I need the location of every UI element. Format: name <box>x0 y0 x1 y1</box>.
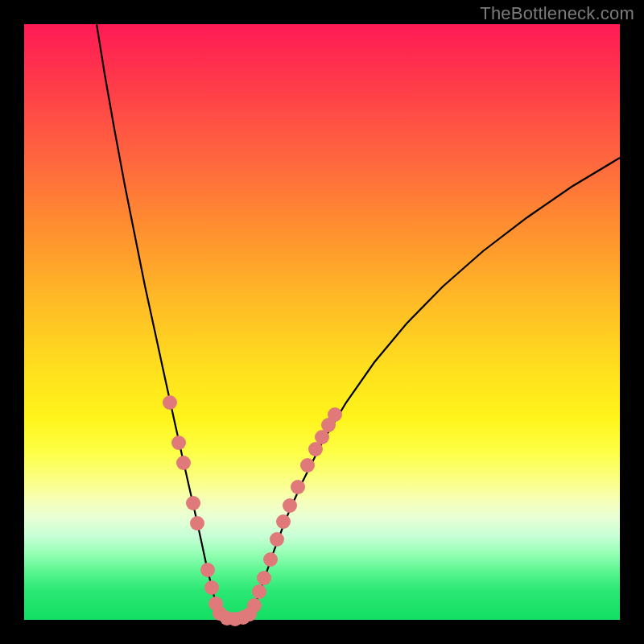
marker-dot <box>291 480 305 494</box>
marker-dot <box>263 552 278 567</box>
marker-dot <box>270 532 284 547</box>
marker-dot <box>300 458 315 473</box>
chart-frame: TheBottleneck.com <box>0 0 644 644</box>
marker-dot <box>257 571 271 585</box>
marker-dot <box>328 407 342 422</box>
curve-markers <box>163 395 342 626</box>
marker-dot <box>190 516 204 530</box>
marker-dot <box>283 498 297 513</box>
marker-dot <box>252 584 266 599</box>
marker-dot <box>186 496 200 510</box>
marker-dot <box>276 514 291 529</box>
plot-area <box>24 24 620 620</box>
marker-dot <box>171 436 186 450</box>
marker-dot <box>176 456 191 470</box>
curve-svg <box>24 24 620 620</box>
bottleneck-curve <box>97 24 620 619</box>
marker-dot <box>200 563 215 577</box>
marker-dot <box>247 598 262 613</box>
marker-dot <box>204 580 219 595</box>
watermark-text: TheBottleneck.com <box>480 3 634 24</box>
marker-dot <box>163 395 177 410</box>
